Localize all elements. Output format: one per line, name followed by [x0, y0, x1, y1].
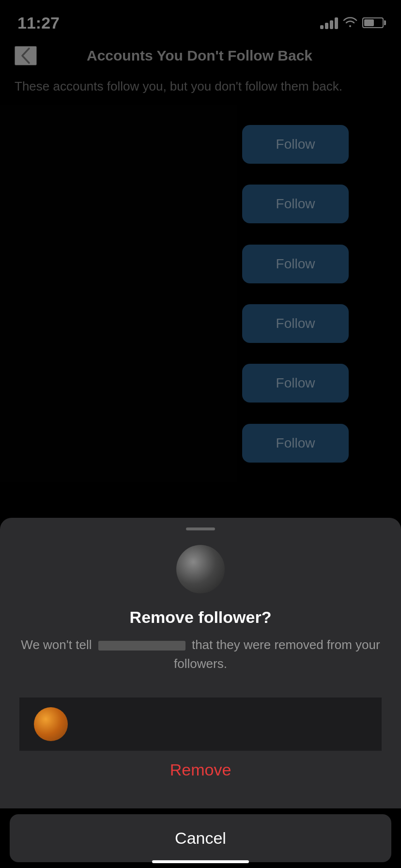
follower-avatar-area: [19, 545, 382, 593]
cancel-button[interactable]: Cancel: [10, 814, 391, 862]
remove-button[interactable]: Remove: [19, 751, 382, 789]
redacted-username: [98, 641, 185, 651]
sheet-handle: [186, 527, 215, 530]
peek-next-item: [19, 698, 382, 751]
sheet-title: Remove follower?: [19, 608, 382, 627]
follower-avatar: [176, 545, 225, 593]
sheet-body-suffix: that they were removed from your followe…: [174, 637, 380, 671]
remove-follower-sheet: Remove follower? We won't tell that they…: [0, 518, 401, 808]
sheet-container: Remove follower? We won't tell that they…: [0, 518, 401, 868]
peek-avatar: [34, 707, 68, 741]
home-indicator: [152, 860, 249, 863]
sheet-body: We won't tell that they were removed fro…: [19, 636, 382, 673]
sheet-body-prefix: We won't tell: [21, 637, 92, 652]
cancel-sheet: Cancel: [10, 814, 391, 862]
